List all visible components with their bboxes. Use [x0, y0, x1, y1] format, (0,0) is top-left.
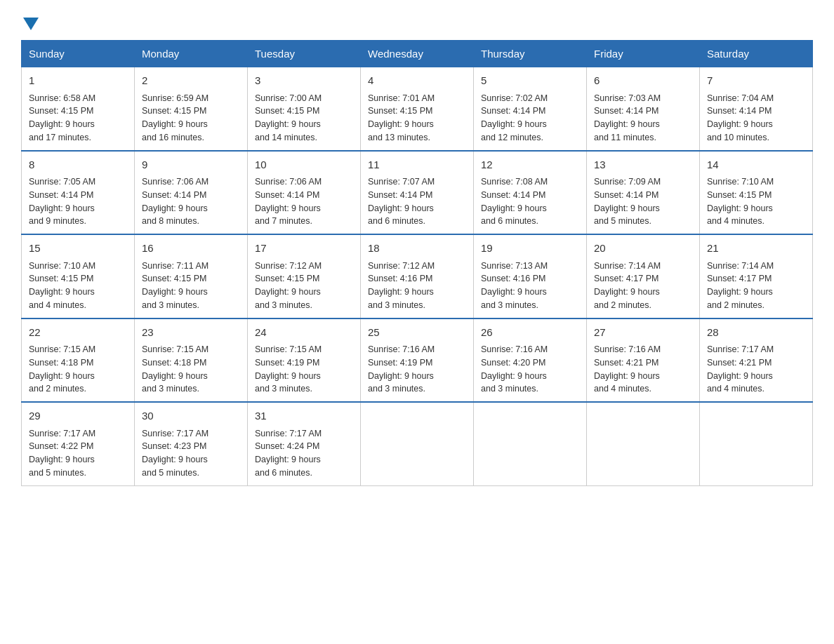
day-number: 12	[481, 157, 579, 173]
calendar-cell: 29Sunrise: 7:17 AMSunset: 4:22 PMDayligh…	[22, 402, 135, 485]
day-info: Sunrise: 7:02 AMSunset: 4:14 PMDaylight:…	[481, 92, 579, 145]
day-info: Sunrise: 7:12 AMSunset: 4:15 PMDaylight:…	[255, 260, 353, 312]
day-number: 1	[29, 73, 127, 89]
day-info: Sunrise: 7:06 AMSunset: 4:14 PMDaylight:…	[142, 175, 240, 228]
calendar-cell: 8Sunrise: 7:05 AMSunset: 4:14 PMDaylight…	[22, 151, 135, 235]
day-number: 4	[368, 73, 466, 89]
day-info: Sunrise: 7:04 AMSunset: 4:14 PMDaylight:…	[707, 92, 805, 145]
day-info: Sunrise: 7:06 AMSunset: 4:14 PMDaylight:…	[255, 175, 353, 228]
calendar-cell	[474, 402, 587, 485]
day-number: 31	[255, 408, 353, 424]
calendar-cell: 3Sunrise: 7:00 AMSunset: 4:15 PMDaylight…	[248, 67, 361, 151]
calendar-cell: 31Sunrise: 7:17 AMSunset: 4:24 PMDayligh…	[248, 402, 361, 485]
day-info: Sunrise: 7:13 AMSunset: 4:16 PMDaylight:…	[481, 260, 579, 312]
day-info: Sunrise: 7:16 AMSunset: 4:21 PMDaylight:…	[594, 343, 692, 396]
calendar-cell: 24Sunrise: 7:15 AMSunset: 4:19 PMDayligh…	[248, 318, 361, 403]
calendar-cell: 7Sunrise: 7:04 AMSunset: 4:14 PMDaylight…	[700, 67, 813, 151]
calendar-cell: 12Sunrise: 7:08 AMSunset: 4:14 PMDayligh…	[474, 151, 587, 235]
calendar-week-row: 22Sunrise: 7:15 AMSunset: 4:18 PMDayligh…	[22, 318, 813, 403]
day-info: Sunrise: 7:00 AMSunset: 4:15 PMDaylight:…	[255, 92, 353, 145]
calendar-header-row: SundayMondayTuesdayWednesdayThursdayFrid…	[22, 41, 813, 67]
day-number: 15	[29, 241, 127, 257]
calendar-cell: 9Sunrise: 7:06 AMSunset: 4:14 PMDaylight…	[135, 151, 248, 235]
day-info: Sunrise: 6:59 AMSunset: 4:15 PMDaylight:…	[142, 92, 240, 145]
header-saturday: Saturday	[700, 41, 813, 67]
calendar-cell: 17Sunrise: 7:12 AMSunset: 4:15 PMDayligh…	[248, 234, 361, 318]
header-tuesday: Tuesday	[248, 41, 361, 67]
day-number: 18	[368, 241, 466, 257]
day-info: Sunrise: 7:05 AMSunset: 4:14 PMDaylight:…	[29, 175, 127, 228]
day-info: Sunrise: 7:03 AMSunset: 4:14 PMDaylight:…	[594, 92, 692, 145]
day-info: Sunrise: 7:10 AMSunset: 4:15 PMDaylight:…	[707, 175, 805, 228]
day-number: 7	[707, 73, 805, 89]
day-info: Sunrise: 7:01 AMSunset: 4:15 PMDaylight:…	[368, 92, 466, 145]
calendar-cell: 21Sunrise: 7:14 AMSunset: 4:17 PMDayligh…	[700, 234, 813, 318]
day-number: 3	[255, 73, 353, 89]
header-wednesday: Wednesday	[361, 41, 474, 67]
day-number: 6	[594, 73, 692, 89]
day-info: Sunrise: 7:08 AMSunset: 4:14 PMDaylight:…	[481, 175, 579, 228]
calendar-cell	[587, 402, 700, 485]
day-number: 22	[29, 325, 127, 341]
day-number: 13	[594, 157, 692, 173]
day-info: Sunrise: 7:15 AMSunset: 4:18 PMDaylight:…	[29, 343, 127, 396]
day-number: 27	[594, 325, 692, 341]
day-number: 19	[481, 241, 579, 257]
day-info: Sunrise: 7:16 AMSunset: 4:19 PMDaylight:…	[368, 343, 466, 396]
calendar-cell: 19Sunrise: 7:13 AMSunset: 4:16 PMDayligh…	[474, 234, 587, 318]
calendar-cell: 26Sunrise: 7:16 AMSunset: 4:20 PMDayligh…	[474, 318, 587, 403]
day-info: Sunrise: 7:15 AMSunset: 4:18 PMDaylight:…	[142, 343, 240, 396]
logo-arrow-icon	[23, 18, 39, 33]
day-info: Sunrise: 7:17 AMSunset: 4:24 PMDaylight:…	[255, 427, 353, 480]
header-monday: Monday	[135, 41, 248, 67]
calendar-cell: 15Sunrise: 7:10 AMSunset: 4:15 PMDayligh…	[22, 234, 135, 318]
calendar-week-row: 29Sunrise: 7:17 AMSunset: 4:22 PMDayligh…	[22, 402, 813, 485]
day-number: 9	[142, 157, 240, 173]
calendar-week-row: 15Sunrise: 7:10 AMSunset: 4:15 PMDayligh…	[22, 234, 813, 318]
svg-marker-0	[23, 18, 39, 30]
day-info: Sunrise: 7:15 AMSunset: 4:19 PMDaylight:…	[255, 343, 353, 396]
header-sunday: Sunday	[22, 41, 135, 67]
day-info: Sunrise: 6:58 AMSunset: 4:15 PMDaylight:…	[29, 92, 127, 145]
calendar-cell: 5Sunrise: 7:02 AMSunset: 4:14 PMDaylight…	[474, 67, 587, 151]
day-info: Sunrise: 7:07 AMSunset: 4:14 PMDaylight:…	[368, 175, 466, 228]
day-info: Sunrise: 7:10 AMSunset: 4:15 PMDaylight:…	[29, 260, 127, 312]
calendar-cell: 6Sunrise: 7:03 AMSunset: 4:14 PMDaylight…	[587, 67, 700, 151]
calendar-cell: 28Sunrise: 7:17 AMSunset: 4:21 PMDayligh…	[700, 318, 813, 403]
day-info: Sunrise: 7:14 AMSunset: 4:17 PMDaylight:…	[707, 260, 805, 312]
calendar-cell: 4Sunrise: 7:01 AMSunset: 4:15 PMDaylight…	[361, 67, 474, 151]
calendar-cell: 11Sunrise: 7:07 AMSunset: 4:14 PMDayligh…	[361, 151, 474, 235]
day-number: 17	[255, 241, 353, 257]
calendar-week-row: 8Sunrise: 7:05 AMSunset: 4:14 PMDaylight…	[22, 151, 813, 235]
day-number: 25	[368, 325, 466, 341]
calendar-cell: 10Sunrise: 7:06 AMSunset: 4:14 PMDayligh…	[248, 151, 361, 235]
day-info: Sunrise: 7:17 AMSunset: 4:22 PMDaylight:…	[29, 427, 127, 480]
day-info: Sunrise: 7:16 AMSunset: 4:20 PMDaylight:…	[481, 343, 579, 396]
day-number: 23	[142, 325, 240, 341]
calendar-cell: 22Sunrise: 7:15 AMSunset: 4:18 PMDayligh…	[22, 318, 135, 403]
calendar-cell: 25Sunrise: 7:16 AMSunset: 4:19 PMDayligh…	[361, 318, 474, 403]
day-number: 5	[481, 73, 579, 89]
calendar-cell: 14Sunrise: 7:10 AMSunset: 4:15 PMDayligh…	[700, 151, 813, 235]
calendar-cell: 1Sunrise: 6:58 AMSunset: 4:15 PMDaylight…	[22, 67, 135, 151]
calendar-cell: 18Sunrise: 7:12 AMSunset: 4:16 PMDayligh…	[361, 234, 474, 318]
day-info: Sunrise: 7:17 AMSunset: 4:23 PMDaylight:…	[142, 427, 240, 480]
calendar-cell: 23Sunrise: 7:15 AMSunset: 4:18 PMDayligh…	[135, 318, 248, 403]
calendar-cell: 30Sunrise: 7:17 AMSunset: 4:23 PMDayligh…	[135, 402, 248, 485]
day-number: 29	[29, 408, 127, 424]
day-info: Sunrise: 7:09 AMSunset: 4:14 PMDaylight:…	[594, 175, 692, 228]
calendar-cell: 27Sunrise: 7:16 AMSunset: 4:21 PMDayligh…	[587, 318, 700, 403]
day-number: 21	[707, 241, 805, 257]
calendar-cell	[700, 402, 813, 485]
day-info: Sunrise: 7:17 AMSunset: 4:21 PMDaylight:…	[707, 343, 805, 396]
day-info: Sunrise: 7:14 AMSunset: 4:17 PMDaylight:…	[594, 260, 692, 312]
calendar-cell: 16Sunrise: 7:11 AMSunset: 4:15 PMDayligh…	[135, 234, 248, 318]
day-number: 24	[255, 325, 353, 341]
calendar-cell: 2Sunrise: 6:59 AMSunset: 4:15 PMDaylight…	[135, 67, 248, 151]
day-number: 14	[707, 157, 805, 173]
day-number: 11	[368, 157, 466, 173]
header-thursday: Thursday	[474, 41, 587, 67]
logo	[21, 14, 39, 33]
day-number: 2	[142, 73, 240, 89]
header-friday: Friday	[587, 41, 700, 67]
